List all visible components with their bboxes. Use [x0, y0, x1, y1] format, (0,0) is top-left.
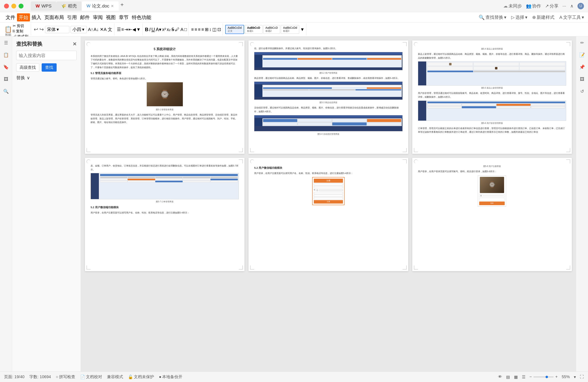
find-btn[interactable]: 查找	[42, 63, 57, 72]
minimize-button[interactable]	[11, 4, 16, 8]
bold-btn[interactable]: B	[145, 27, 148, 32]
style-h2[interactable]: AaBbCcD 标题2	[263, 25, 280, 34]
align-left-btn2[interactable]: ≡	[201, 27, 204, 32]
style-normal[interactable]: AaBbCcDd 正文	[225, 25, 244, 34]
avatar[interactable]: U	[577, 3, 584, 9]
zoom-dropdown[interactable]: ▾	[574, 375, 576, 379]
layout-icon-1[interactable]: ▤	[506, 375, 510, 379]
menu-item-view[interactable]: 视图	[104, 13, 117, 22]
sidebar-icon-clipboard[interactable]: 📋	[2, 51, 10, 59]
zoom-control[interactable]: − +	[529, 375, 558, 379]
indent-btn[interactable]: ⇥	[124, 27, 128, 32]
list-btn[interactable]: ☰	[117, 27, 121, 32]
tab-daoke[interactable]: 🌾 稻壳	[56, 1, 82, 11]
page1-content: 本系统利用了微信开发者组合 JAVA 和 MYSQL 结合的组合开发了网上商城 …	[91, 54, 239, 69]
sidebar-icon-menu[interactable]: ☰	[2, 39, 10, 47]
menu-item-special[interactable]: 特色功能	[130, 13, 153, 22]
zoom-slider-track[interactable]	[533, 377, 554, 377]
underline-btn[interactable]: U	[151, 27, 155, 32]
find-replace-btn[interactable]: 🔍 查找替换 ▾	[479, 14, 506, 21]
text-tools-btn[interactable]: A 文字工具 ▾	[559, 14, 584, 21]
right-sidebar-history[interactable]: ↺	[578, 88, 586, 95]
more-para-btn[interactable]: ▼	[136, 27, 141, 32]
tab-document-close[interactable]: ✕	[111, 4, 114, 8]
align-right-btn2[interactable]: ≡	[198, 27, 201, 32]
form-submit-btn[interactable]: 注册	[314, 200, 343, 203]
styles-dropdown[interactable]: ▼	[300, 27, 305, 32]
sidebar-icon-image[interactable]: 🖼	[2, 75, 10, 83]
char-color-btn[interactable]: A	[180, 27, 183, 32]
fullscreen-button[interactable]	[19, 4, 23, 8]
italic-btn[interactable]: I	[149, 27, 151, 32]
undo-btn[interactable]: ↩	[34, 26, 38, 33]
menu-item-file[interactable]: 文件	[4, 13, 17, 22]
right-sidebar-img[interactable]: 🖼	[578, 75, 586, 83]
menu-item-mail[interactable]: 邮件	[79, 13, 91, 22]
more-button[interactable]: ···	[563, 3, 566, 9]
right-sidebar-note[interactable]: 📝	[578, 51, 586, 59]
menu-item-review[interactable]: 审阅	[91, 13, 104, 22]
menu-item-start[interactable]: 开始	[17, 13, 30, 22]
superscript-btn[interactable]: x²	[162, 27, 166, 32]
paste-btn[interactable]: 📋 粘贴	[4, 26, 12, 37]
layout-icon-2[interactable]: ▦	[514, 375, 518, 379]
font-size-down[interactable]: A↓	[94, 27, 99, 32]
advanced-find-btn[interactable]: 高级查找	[16, 63, 39, 72]
share-label[interactable]: ↗ 分享	[545, 3, 559, 9]
sidebar-icon-search[interactable]: 🔍	[2, 88, 10, 95]
right-sidebar-edit[interactable]: ✏	[578, 39, 586, 47]
menu-item-reference[interactable]: 引用	[65, 13, 79, 22]
spell-check[interactable]: ○ 拼写检查	[56, 374, 75, 380]
copy-btn[interactable]: ⎘ 复制	[13, 29, 28, 34]
font-selector[interactable]: 宋体 ▾	[45, 26, 69, 33]
panel-title-text: 查找和替换	[16, 41, 42, 47]
align-center-btn[interactable]: ≡	[194, 27, 197, 32]
highlight-btn[interactable]: 🖊	[175, 27, 180, 32]
distribute-btn[interactable]: ⊞	[205, 27, 209, 32]
pinyin-btn[interactable]: 文	[108, 26, 112, 33]
layout-icon-3[interactable]: ☰	[522, 375, 525, 379]
panel-close-btn[interactable]: ✕	[73, 41, 77, 47]
search-input[interactable]	[19, 53, 74, 58]
close-button[interactable]	[4, 4, 9, 8]
replace-row[interactable]: 替换 ∨	[16, 75, 77, 81]
line-spacing-btn[interactable]: ↕	[209, 27, 211, 32]
outdent-btn[interactable]: ⇤	[128, 27, 132, 32]
cut-btn[interactable]: ✂ 剪切	[13, 23, 28, 28]
sidebar-icon-bookmark[interactable]: 🔖	[2, 63, 10, 71]
eye-icon[interactable]: 👁	[498, 375, 502, 379]
menu-item-insert[interactable]: 插入	[30, 13, 43, 22]
subscript-btn[interactable]: x₂	[167, 27, 171, 32]
style-h1[interactable]: AaBbCcD 标题1	[245, 25, 262, 34]
font-size-selector[interactable]: 小四 ▾	[71, 26, 87, 33]
style-h3[interactable]: AaBbCcDd 标题3	[281, 25, 299, 34]
align-justify-btn[interactable]: ≡	[191, 27, 194, 32]
zoom-minus[interactable]: −	[529, 375, 532, 379]
search-input-wrap[interactable]	[16, 51, 77, 60]
font-color-btn[interactable]: A▾	[156, 27, 161, 32]
fullscreen-btn[interactable]: ⛶	[580, 375, 584, 379]
redo-btn[interactable]: ↪	[40, 26, 44, 33]
num-list-btn[interactable]: ≡	[121, 27, 124, 32]
clear-format-btn[interactable]: ✕A	[100, 27, 106, 32]
tab-wps[interactable]: W WPS	[31, 1, 56, 11]
align-left-btn[interactable]: ◀	[132, 27, 136, 32]
right-sidebar-pin[interactable]: 📌	[578, 63, 586, 71]
doc-area[interactable]: 5 系统详细设计 本系统利用了微信开发者组合 JAVA 和 MYSQL 结合的组…	[81, 36, 576, 371]
new-tab-button[interactable]: +	[120, 1, 124, 11]
zoom-plus[interactable]: +	[555, 375, 558, 379]
border-btn[interactable]: □	[184, 27, 187, 32]
shading-btn[interactable]: ◫	[212, 27, 217, 32]
doc-calibrate[interactable]: 📄 文档校对	[80, 374, 102, 380]
tab-document[interactable]: W 论文.doc ✕	[82, 1, 119, 11]
collapse-button[interactable]: ∧	[570, 3, 573, 9]
new-style-btn[interactable]: ⊕ 新建样式	[532, 14, 554, 21]
page-6: 图5-8 用户注册界面 用户登录，在用户登录页面可以填写账号、密码，然后进行登录…	[412, 158, 572, 271]
menu-item-chapter[interactable]: 章节	[117, 13, 130, 22]
select-btn[interactable]: ▷ 选择 ▾	[511, 14, 527, 21]
menu-item-layout[interactable]: 页面布局	[43, 13, 65, 22]
collab-label[interactable]: 👥 协作	[526, 3, 541, 9]
strikethrough-btn[interactable]: S̶	[171, 27, 174, 32]
border-btn2[interactable]: ⊡	[217, 27, 221, 32]
font-size-up[interactable]: A↑	[88, 27, 93, 32]
